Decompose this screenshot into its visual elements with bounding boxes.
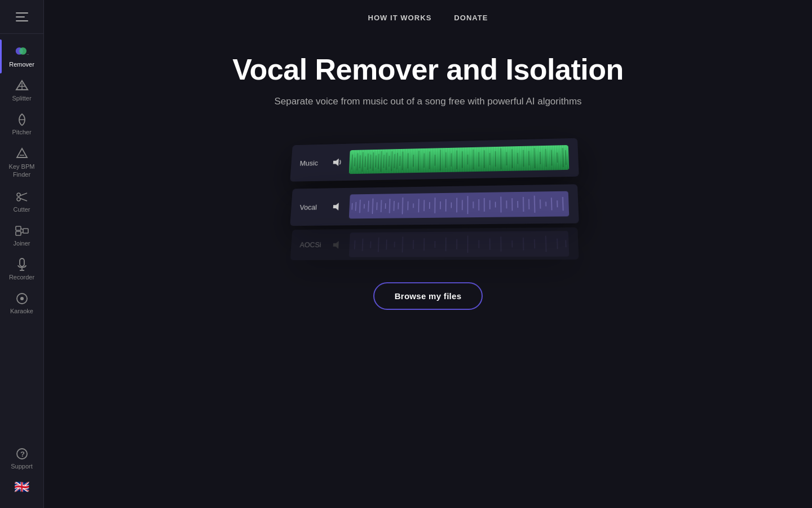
sidebar-item-joiner[interactable]: Joiner — [0, 218, 43, 252]
browse-files-button[interactable]: Browse my files — [373, 282, 483, 310]
music-waveform-bar — [349, 145, 570, 174]
svg-line-75 — [563, 148, 563, 167]
top-nav: HOW IT WORKS DONATE — [44, 0, 812, 31]
svg-line-120 — [563, 197, 563, 211]
svg-point-9 — [17, 193, 20, 196]
sidebar-bottom: ? Support 🇬🇧 — [0, 441, 43, 508]
sidebar-label-cutter: Cutter — [14, 206, 30, 213]
svg-line-41 — [389, 156, 390, 167]
svg-line-48 — [413, 155, 414, 167]
svg-line-123 — [355, 240, 355, 249]
svg-text:→: → — [25, 52, 29, 57]
svg-line-32 — [365, 156, 365, 167]
sidebar-label-keybpm: Key BPMFinder — [9, 163, 35, 179]
svg-line-38 — [381, 151, 381, 172]
sidebar-item-keybpm[interactable]: Key BPMFinder — [0, 141, 43, 185]
svg-point-22 — [20, 297, 24, 300]
sidebar-item-remover[interactable]: → Remover — [0, 40, 43, 73]
svg-line-29 — [357, 154, 358, 171]
hero-section: Vocal Remover and Isolation Separate voi… — [44, 54, 812, 310]
music-speaker-icon — [332, 157, 342, 168]
sidebar-item-pitcher[interactable]: Pitcher — [0, 107, 43, 141]
svg-line-72 — [546, 149, 546, 167]
waveform-vocal-track: Vocal — [290, 185, 579, 226]
svg-line-143 — [557, 238, 558, 249]
nav-donate[interactable]: DONATE — [454, 14, 488, 22]
pitcher-icon — [15, 113, 29, 126]
sidebar-label-splitter: Splitter — [12, 95, 31, 102]
svg-line-91 — [403, 198, 403, 214]
remover-icon: → — [15, 45, 29, 59]
language-flag: 🇬🇧 — [14, 481, 29, 493]
svg-line-115 — [535, 196, 535, 213]
svg-line-113 — [523, 197, 524, 212]
svg-line-11 — [20, 193, 27, 196]
svg-line-124 — [363, 238, 363, 251]
svg-line-70 — [535, 148, 535, 169]
svg-rect-13 — [16, 226, 21, 230]
svg-line-35 — [373, 152, 373, 171]
support-icon: ? — [15, 447, 29, 461]
svg-line-79 — [352, 203, 352, 210]
aocs-speaker-icon — [332, 240, 342, 250]
svg-line-31 — [362, 152, 363, 172]
svg-line-118 — [551, 198, 552, 210]
svg-line-44 — [397, 153, 398, 169]
svg-line-129 — [403, 237, 403, 252]
karaoke-icon — [15, 292, 29, 305]
svg-line-39 — [383, 155, 384, 168]
svg-line-74 — [557, 152, 558, 163]
svg-marker-77 — [333, 203, 338, 211]
svg-rect-18 — [20, 259, 24, 266]
svg-line-94 — [418, 199, 419, 213]
sidebar-item-cutter[interactable]: Cutter — [0, 185, 43, 218]
svg-rect-26 — [349, 145, 570, 174]
svg-text:?: ? — [20, 450, 25, 458]
svg-line-142 — [546, 235, 546, 252]
svg-rect-15 — [23, 229, 28, 233]
hamburger-icon — [16, 12, 28, 21]
svg-line-127 — [386, 239, 387, 249]
svg-line-47 — [408, 154, 408, 169]
svg-line-27 — [352, 155, 352, 170]
nav-how-it-works[interactable]: HOW IT WORKS — [368, 14, 431, 22]
svg-marker-25 — [333, 159, 338, 167]
sidebar-item-recorder[interactable]: Recorder — [0, 252, 43, 286]
waveform-aocs-track: AOCSi — [290, 227, 579, 260]
cutter-icon — [15, 190, 29, 204]
svg-marker-121 — [333, 241, 338, 249]
sidebar-label-joiner: Joiner — [14, 240, 30, 247]
sidebar-label-recorder: Recorder — [9, 274, 34, 281]
sidebar-item-support[interactable]: ? Support — [0, 441, 43, 475]
svg-line-45 — [400, 156, 400, 166]
svg-line-71 — [540, 152, 541, 164]
sidebar-label-remover: Remover — [9, 61, 34, 68]
svg-line-73 — [551, 150, 552, 166]
hamburger-menu[interactable] — [0, 0, 43, 34]
svg-line-89 — [394, 201, 394, 211]
waveform-music-track: Music — [290, 138, 579, 182]
svg-line-51 — [429, 152, 430, 169]
vocal-speaker-icon — [332, 202, 342, 212]
svg-line-37 — [378, 154, 379, 169]
sidebar-label-karaoke: Karaoke — [10, 308, 33, 314]
svg-marker-7 — [17, 148, 27, 157]
sidebar-label-support: Support — [11, 463, 33, 470]
svg-point-10 — [17, 198, 20, 201]
svg-line-88 — [390, 199, 390, 213]
music-track-label: Music — [299, 159, 325, 167]
sidebar-label-pitcher: Pitcher — [12, 129, 31, 135]
svg-line-49 — [418, 151, 419, 170]
svg-line-80 — [356, 202, 356, 211]
svg-line-36 — [376, 156, 376, 168]
svg-rect-14 — [16, 231, 21, 235]
sidebar-item-splitter[interactable]: Splitter — [0, 73, 43, 107]
sidebar-item-language[interactable]: 🇬🇧 — [0, 475, 43, 499]
waveform-visualization: Music — [270, 130, 586, 254]
sidebar: → Remover Splitter — [0, 0, 44, 508]
svg-line-42 — [391, 151, 392, 171]
svg-rect-122 — [349, 231, 570, 257]
sidebar-item-karaoke[interactable]: Karaoke — [0, 286, 43, 320]
svg-line-46 — [402, 152, 403, 170]
svg-line-126 — [378, 237, 379, 252]
